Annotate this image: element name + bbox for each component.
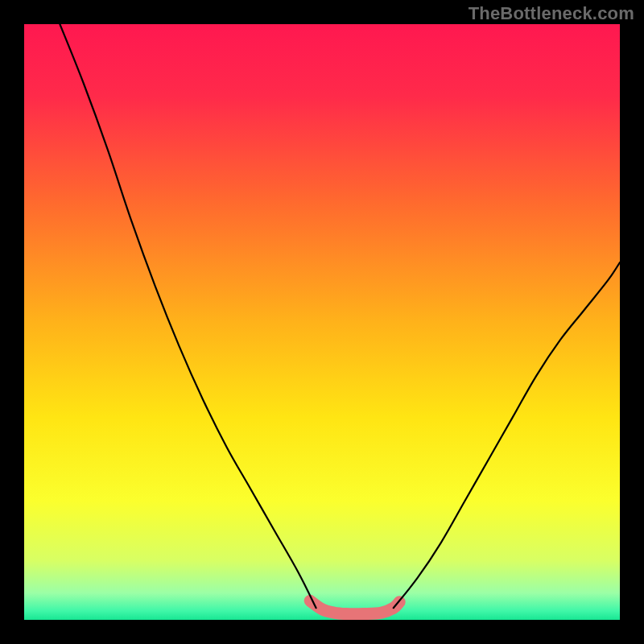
chart-svg — [24, 24, 620, 620]
watermark-text: TheBottleneck.com — [469, 3, 634, 24]
chart-plot-area — [24, 24, 620, 620]
gradient-background — [24, 24, 620, 620]
chart-frame: TheBottleneck.com — [0, 0, 644, 644]
